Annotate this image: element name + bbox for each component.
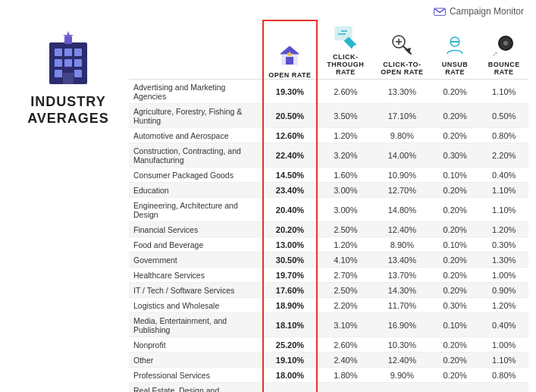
open-rate-col-header: OPEN RATE [263, 20, 317, 80]
table-row: Logistics and Wholesale18.90%2.20%11.70%… [129, 298, 528, 313]
svg-rect-5 [55, 59, 62, 67]
industry-title: INDUSTRY AVERAGES [27, 94, 109, 127]
bounce-cell: 1.00% [479, 337, 528, 353]
bounce-cell: 0.80% [479, 368, 528, 383]
industry-cell: Logistics and Wholesale [129, 298, 263, 313]
table-row: Professional Services18.00%1.80%9.90%0.2… [129, 368, 528, 383]
ctr-cell: 3.00% [317, 198, 374, 222]
industry-cell: Automotive and Aerospace [129, 128, 263, 143]
industry-cell: Agriculture, Forestry, Fishing & Hunting [129, 104, 263, 128]
open-rate-cell: 18.10% [263, 313, 317, 337]
bounce-cell: 1.10% [479, 198, 528, 222]
ctor-col-header: CLICK-TO-OPEN RATE [374, 20, 431, 80]
table-row: Financial Services20.20%2.50%12.40%0.20%… [129, 222, 528, 237]
brand-name: Campaign Monitor [450, 6, 524, 17]
bounce-cell: 0.50% [479, 104, 528, 128]
industry-cell: Engineering, Architecture and Design [129, 198, 263, 222]
ctor-cell: 8.90% [374, 237, 431, 252]
ctr-cell: 3.20% [317, 143, 374, 168]
table-row: IT / Tech / Software Services17.60%2.50%… [129, 283, 528, 298]
ctr-cell: 2.60% [317, 337, 374, 353]
left-panel: INDUSTRY AVERAGES [8, 20, 129, 392]
open-rate-cell: 20.40% [263, 198, 317, 222]
open-rate-cell: 23.40% [263, 183, 317, 198]
industry-cell: Government [129, 252, 263, 268]
benchmarks-table: OPEN RATE CLICK-THROUGH RATE [129, 20, 528, 392]
open-rate-cell: 18.00% [263, 368, 317, 383]
industry-cell: Construction, Contracting, and Manufactu… [129, 143, 263, 168]
open-rate-cell: 14.50% [263, 168, 317, 183]
svg-rect-10 [63, 73, 74, 84]
bounce-cell: 0.40% [479, 168, 528, 183]
open-rate-cell: 25.20% [263, 337, 317, 353]
unsub-cell: 0.20% [431, 104, 480, 128]
open-rate-cell: 19.70% [263, 268, 317, 283]
svg-rect-15 [286, 57, 293, 64]
industry-cell: Other [129, 353, 263, 368]
open-rate-cell: 20.50% [263, 104, 317, 128]
ctor-cell: 13.30% [374, 80, 431, 104]
ctr-cell: 4.10% [317, 252, 374, 268]
unsub-cell: 0.30% [431, 298, 480, 313]
table-row: Agriculture, Forestry, Fishing & Hunting… [129, 104, 528, 128]
unsub-cell: 0.20% [431, 353, 480, 368]
ctr-cell: 1.20% [317, 128, 374, 143]
industry-cell: Consumer Packaged Goods [129, 168, 263, 183]
ctor-cell: 13.40% [374, 252, 431, 268]
open-rate-cell: 19.90% [263, 383, 317, 393]
table-row: Consumer Packaged Goods14.50%1.60%10.90%… [129, 168, 528, 183]
bounce-cell: 1.10% [479, 183, 528, 198]
bounce-cell: 1.20% [479, 222, 528, 237]
ctr-cell: 1.20% [317, 237, 374, 252]
svg-rect-4 [74, 49, 82, 56]
bounce-cell: 1.10% [479, 80, 528, 104]
ctr-cell: 1.60% [317, 168, 374, 183]
bounce-cell: 1.20% [479, 298, 528, 313]
ctr-cell: 3.60% [317, 383, 374, 393]
bounce-cell: 0.90% [479, 283, 528, 298]
bounce-cell: 1.10% [479, 353, 528, 368]
table-row: Real Estate, Design and Construction Act… [129, 383, 528, 393]
bounce-cell: 1.40% [479, 383, 528, 393]
table-row: Automotive and Aerospace12.60%1.20%9.80%… [129, 128, 528, 143]
ctor-cell: 14.80% [374, 198, 431, 222]
table-row: Nonprofit25.20%2.60%10.30%0.20%1.00% [129, 337, 528, 353]
ctor-cell: 9.80% [374, 128, 431, 143]
industry-cell: Financial Services [129, 222, 263, 237]
industry-cell: Education [129, 183, 263, 198]
ctor-cell: 11.70% [374, 298, 431, 313]
table-row: Advertising and Marketing Agencies19.30%… [129, 80, 528, 104]
industry-cell: Advertising and Marketing Agencies [129, 80, 263, 104]
table-row: Other19.10%2.40%12.40%0.20%1.10% [129, 353, 528, 368]
ctor-cell: 12.40% [374, 353, 431, 368]
industry-cell: Healthcare Services [129, 268, 263, 283]
building-icon [38, 27, 99, 88]
unsub-cell: 0.20% [431, 80, 480, 104]
svg-rect-2 [55, 49, 62, 56]
svg-rect-6 [64, 59, 72, 67]
industry-cell: Media, Entertainment, and Publishing [129, 313, 263, 337]
svg-rect-3 [64, 49, 72, 56]
table-row: Education23.40%3.00%12.70%0.20%1.10% [129, 183, 528, 198]
bounce-col-header: BOUNCE RATE [479, 20, 528, 80]
ctr-col-header: CLICK-THROUGH RATE [317, 20, 374, 80]
main-content: INDUSTRY AVERAGES [0, 20, 536, 392]
ctor-cell: 12.70% [374, 183, 431, 198]
unsub-cell: 0.20% [431, 198, 480, 222]
ctr-cell: 1.80% [317, 368, 374, 383]
open-rate-cell: 19.10% [263, 353, 317, 368]
ctr-cell: 2.60% [317, 80, 374, 104]
table-row: Healthcare Services19.70%2.70%13.70%0.20… [129, 268, 528, 283]
bounce-cell: 2.20% [479, 143, 528, 168]
table-container: OPEN RATE CLICK-THROUGH RATE [129, 20, 528, 392]
ctr-cell: 2.70% [317, 268, 374, 283]
unsub-cell: 0.10% [431, 168, 480, 183]
ctor-cell: 12.40% [374, 222, 431, 237]
ctr-cell: 2.40% [317, 353, 374, 368]
open-rate-cell: 20.20% [263, 222, 317, 237]
ctor-cell: 14.00% [374, 143, 431, 168]
ctor-cell: 17.70% [374, 383, 431, 393]
table-row: Media, Entertainment, and Publishing18.1… [129, 313, 528, 337]
svg-rect-7 [74, 59, 82, 67]
ctr-cell: 3.50% [317, 104, 374, 128]
